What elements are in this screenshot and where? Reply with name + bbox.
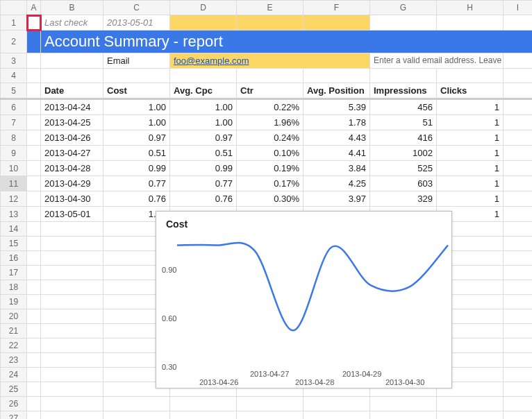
cell-clicks[interactable]: 1 [437, 99, 504, 115]
cell-ctr[interactable]: 0.10% [237, 146, 304, 161]
header-date[interactable]: Date [41, 83, 103, 99]
row-5-headers[interactable]: 5 Date Cost Avg. Cpc Ctr Avg. Position I… [1, 83, 533, 99]
row-header-27[interactable]: 27 [1, 411, 27, 420]
last-check-value[interactable]: 2013-05-01 [103, 15, 170, 31]
row-27[interactable]: 27 [1, 411, 533, 420]
row-header-9[interactable]: 9 [1, 146, 27, 161]
cell-date[interactable]: 2013-04-24 [41, 99, 103, 115]
last-check-label[interactable]: Last check [41, 15, 103, 31]
col-header-B[interactable]: B [41, 1, 103, 15]
cell-imp[interactable]: 1002 [370, 146, 437, 161]
data-row-selected[interactable]: 112013-04-290.770.770.17%4.256031 [1, 176, 533, 191]
cell-imp[interactable]: 416 [370, 130, 437, 146]
header-cost[interactable]: Cost [103, 83, 170, 99]
row-header-12[interactable]: 12 [1, 191, 27, 207]
data-row[interactable]: 92013-04-270.510.510.10%4.4110021 [1, 146, 533, 161]
row-1[interactable]: 1 Last check 2013-05-01 [1, 15, 533, 31]
cell-cost[interactable]: 0.76 [103, 191, 170, 207]
cell-cost[interactable]: 0.51 [103, 146, 170, 161]
cell-pos[interactable]: 3.97 [304, 191, 370, 207]
row-header-17[interactable]: 17 [1, 266, 27, 280]
cell-date[interactable]: 2013-04-25 [41, 115, 103, 130]
row-4[interactable]: 4 [1, 69, 533, 83]
cell-clicks[interactable]: 1 [437, 130, 504, 146]
cell-ctr[interactable]: 0.19% [237, 161, 304, 176]
cell-imp[interactable]: 456 [370, 99, 437, 115]
cell-pos[interactable]: 4.43 [304, 130, 370, 146]
data-row[interactable]: 82013-04-260.970.970.24%4.434161 [1, 130, 533, 146]
row-header-6[interactable]: 6 [1, 99, 27, 115]
cell-pos[interactable]: 3.84 [304, 161, 370, 176]
row-header-22[interactable]: 22 [1, 339, 27, 353]
cell-date[interactable]: 2013-04-28 [41, 161, 103, 176]
data-row[interactable]: 72013-04-251.001.001.96%1.78511 [1, 115, 533, 130]
cell-cpc[interactable]: 0.76 [170, 191, 237, 207]
row-header-2[interactable]: 2 [1, 31, 27, 53]
cell-clicks[interactable]: 1 [437, 161, 504, 176]
cell-D1[interactable] [170, 15, 237, 31]
column-header-row[interactable]: A B C D E F G H I [1, 1, 533, 15]
cell-date[interactable]: 2013-04-29 [41, 176, 103, 191]
cell-imp[interactable]: 603 [370, 176, 437, 191]
row-header-1[interactable]: 1 [1, 15, 27, 31]
header-position[interactable]: Avg. Position [304, 83, 370, 99]
cell-cost[interactable]: 0.99 [103, 161, 170, 176]
cell-imp[interactable]: 51 [370, 115, 437, 130]
row-header-14[interactable]: 14 [1, 222, 27, 237]
row-header-24[interactable]: 24 [1, 368, 27, 382]
header-impressions[interactable]: Impressions [370, 83, 437, 99]
cell-A2[interactable] [27, 31, 41, 53]
cell-cost[interactable]: 0.77 [103, 176, 170, 191]
cell-ctr[interactable]: 0.30% [237, 191, 304, 207]
row-header-8[interactable]: 8 [1, 130, 27, 146]
col-header-C[interactable]: C [103, 1, 170, 15]
cell-cpc[interactable]: 0.77 [170, 176, 237, 191]
col-header-D[interactable]: D [170, 1, 237, 15]
email-label[interactable]: Email [103, 53, 170, 69]
cost-chart[interactable]: Cost 0.90 0.60 0.30 2013-04-26 2013-04-2… [156, 211, 452, 388]
col-header-H[interactable]: H [437, 1, 504, 15]
row-header-18[interactable]: 18 [1, 280, 27, 295]
cell-ctr[interactable]: 1.96% [237, 115, 304, 130]
row-header-20[interactable]: 20 [1, 309, 27, 324]
data-row[interactable]: 62013-04-241.001.000.22%5.394561 [1, 99, 533, 115]
cell-pos[interactable]: 5.39 [304, 99, 370, 115]
cell-date[interactable]: 2013-04-27 [41, 146, 103, 161]
col-header-F[interactable]: F [304, 1, 370, 15]
cell-cpc[interactable]: 1.00 [170, 99, 237, 115]
cell-I1[interactable] [504, 15, 533, 31]
cell-cost[interactable]: 1.00 [103, 99, 170, 115]
cell-pos[interactable]: 4.41 [304, 146, 370, 161]
row-header-10[interactable]: 10 [1, 161, 27, 176]
header-ctr[interactable]: Ctr [237, 83, 304, 99]
col-header-I[interactable]: I [504, 1, 533, 15]
col-header-A[interactable]: A [27, 1, 41, 15]
cell-cpc[interactable]: 1.00 [170, 115, 237, 130]
cell-I3[interactable] [504, 53, 533, 69]
cell-H1[interactable] [437, 15, 504, 31]
row-header-11[interactable]: 11 [1, 176, 27, 191]
cell-clicks[interactable]: 1 [437, 115, 504, 130]
cell-cost[interactable]: 1.00 [103, 115, 170, 130]
row-header-23[interactable]: 23 [1, 353, 27, 368]
select-all-corner[interactable] [1, 1, 27, 15]
row-header-5[interactable]: 5 [1, 83, 27, 99]
row-header-26[interactable]: 26 [1, 397, 27, 411]
col-header-E[interactable]: E [237, 1, 304, 15]
cell-cpc[interactable]: 0.51 [170, 146, 237, 161]
cell-A3[interactable] [27, 53, 41, 69]
data-row[interactable]: 102013-04-280.990.990.19%3.845251 [1, 161, 533, 176]
cell-date[interactable]: 2013-04-30 [41, 191, 103, 207]
row-header-21[interactable]: 21 [1, 324, 27, 339]
row-header-3[interactable]: 3 [1, 53, 27, 69]
row-header-7[interactable]: 7 [1, 115, 27, 130]
cell-ctr[interactable]: 0.17% [237, 176, 304, 191]
cell-pos[interactable]: 4.25 [304, 176, 370, 191]
row-header-19[interactable]: 19 [1, 295, 27, 309]
cell-date[interactable]: 2013-05-01 [41, 207, 103, 222]
cell-cpc[interactable]: 0.97 [170, 130, 237, 146]
header-clicks[interactable]: Clicks [437, 83, 504, 99]
header-cpc[interactable]: Avg. Cpc [170, 83, 237, 99]
data-row[interactable]: 122013-04-300.760.760.30%3.973291 [1, 191, 533, 207]
row-26[interactable]: 26 [1, 397, 533, 411]
